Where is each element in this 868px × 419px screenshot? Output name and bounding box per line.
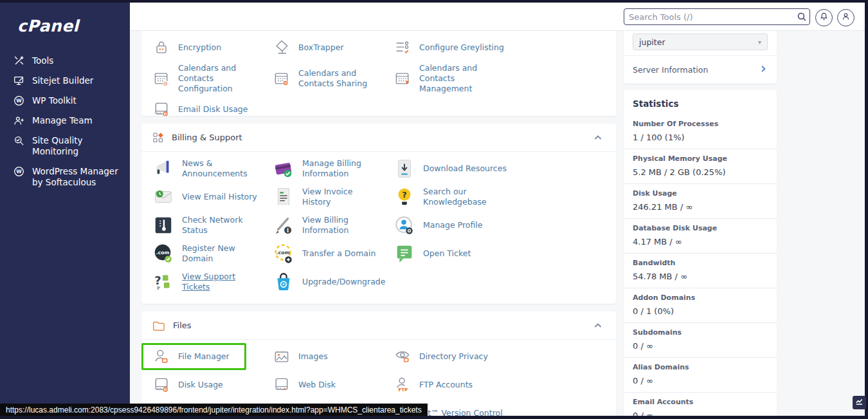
tool-item-label[interactable]: Web Disk [298,380,336,390]
tool-item-label[interactable]: Manage Billing Information [302,158,383,180]
tool-item-calendars-contacts-sharing[interactable]: Calendars and Contacts Sharing [262,61,383,97]
stat-label: Subdomains [633,328,768,337]
account-selector[interactable]: jupiter ▾ [633,33,768,50]
email-history-icon [152,186,174,208]
tool-item-label[interactable]: BoxTrapper [298,42,344,53]
tool-item-calendars-contacts-management[interactable]: Calendars and Contacts Management [383,61,616,97]
tool-item-view-email-history[interactable]: View Email History [141,183,262,211]
sidebar-item-label: WordPress Manager by Softaculous [32,166,123,188]
tool-item-view-support-tickets[interactable]: ?View Support Tickets [141,268,262,296]
encryption-lock-icon [152,39,170,57]
tool-item-label[interactable]: View Billing Information [302,215,383,236]
billing-grid-icon [152,132,164,144]
user-icon [841,12,851,24]
stat-item-alias-domains: Alias Domains0 / ∞ [624,357,777,392]
tool-item-label[interactable]: File Manager [178,351,230,362]
tool-item-configure-greylisting[interactable]: Configure Greylisting [383,35,616,61]
tool-item-label[interactable]: Disk Usage [178,380,223,390]
tool-item-label[interactable]: View Support Tickets [182,272,262,293]
tool-item-label[interactable]: Directory Privacy [419,351,488,362]
sidebar-item-sitejet-builder[interactable]: Sitejet Builder [0,71,130,91]
tool-item-encryption[interactable]: Encryption [141,35,262,61]
tool-item-label[interactable]: View Invoice History [302,187,383,208]
files-header: Files [141,312,616,340]
tool-item-web-disk[interactable]: Web Disk [262,371,383,399]
tool-item-transfer-a-domain[interactable]: .comTransfer a Domain [262,239,383,268]
tool-item-label[interactable]: FTP Accounts [419,380,473,390]
tool-item-register-new-domain[interactable]: .comRegister New Domain [141,239,262,268]
svg-text:.com: .com [276,250,290,256]
search-input[interactable] [624,12,794,22]
email-tools-grid: EncryptionBoxTrapperConfigure Greylistin… [141,31,616,116]
file-manager-person-icon [152,348,170,366]
network-status-icon [152,214,174,236]
support-question-icon: ? [152,271,174,293]
tool-item-label[interactable]: Calendars and Contacts Management [419,63,508,95]
tool-item-label[interactable]: Upgrade/Downgrade [302,277,385,287]
tool-item-label[interactable]: Open Ticket [423,248,471,259]
tool-item-label[interactable]: Transfer a Domain [302,248,375,259]
tool-item-directory-privacy[interactable]: Directory Privacy [383,342,616,371]
tool-item-label[interactable]: Register New Domain [182,243,262,265]
stat-label: Alias Domains [633,363,768,371]
tool-item-boxtrapper[interactable]: BoxTrapper [262,35,383,61]
tool-item-email-disk-usage[interactable]: Email Disk Usage [141,97,262,116]
billing-pen-icon: i [273,214,294,236]
tool-item-view-invoice-history[interactable]: View Invoice History [262,183,383,211]
stat-label: Bandwidth [633,259,768,267]
wrench-tools-icon [14,55,25,66]
tool-item-manage-profile[interactable]: Manage Profile [383,211,616,239]
stat-item-bandwidth: Bandwidth54.78 MB / ∞ [624,253,777,288]
window-frame-bottom [0,416,868,419]
tool-item-label[interactable]: Check Network Status [182,215,262,236]
tool-item-view-billing-information[interactable]: iView Billing Information [262,211,383,239]
notifications-button[interactable] [815,9,833,26]
billing-support-title: Billing & Support [172,133,242,142]
tool-item-check-network-status[interactable]: Check Network Status [141,211,262,239]
greylisting-list-icon [393,39,411,57]
tool-item-search-our-knowledgebase[interactable]: ?Search our Knowledgebase [383,183,616,211]
server-information-link[interactable]: Server Information [624,55,777,83]
tool-item-calendars-contacts-configuration[interactable]: @Calendars and Contacts Configuration [141,61,262,97]
sidebar-item-manage-team[interactable]: Manage Team [0,111,130,131]
tool-item-ftp-accounts[interactable]: FTPFTP Accounts [383,371,616,399]
tool-item-label[interactable]: Email Disk Usage [178,104,248,115]
stat-value: 0 / ∞ [633,411,768,416]
tool-item-label[interactable]: View Email History [182,192,257,202]
transfer-com-icon: .com [273,243,294,265]
tool-item-label[interactable]: Calendars and Contacts Configuration [178,63,262,95]
sidebar-item-wordpress-manager-by-softaculous[interactable]: WWordPress Manager by Softaculous [0,162,130,192]
tool-item-label[interactable]: Images [298,351,328,362]
tool-item-upgrade-downgrade[interactable]: Upgrade/Downgrade [262,268,383,296]
files-collapse-button[interactable] [593,321,603,331]
tool-item-label[interactable]: News & Announcements [182,158,262,180]
search-tools-box[interactable] [624,8,810,25]
tool-item-label[interactable]: Manage Profile [423,220,483,230]
tool-item-label[interactable]: Encryption [178,42,221,53]
tool-item-file-manager[interactable]: File Manager [141,343,246,370]
svg-text:.com: .com [156,250,170,256]
tool-item-label[interactable]: Calendars and Contacts Sharing [298,68,383,89]
email-section-card: EncryptionBoxTrapperConfigure Greylistin… [141,31,616,116]
statistics-toggle-button[interactable] [853,396,866,409]
sidebar: cPanel ToolsSitejet BuilderWWP ToolkitMa… [0,0,130,416]
files-section-card: Files File ManagerImagesDirectory Privac… [141,312,616,416]
tool-item-download-resources[interactable]: Download Resources [383,154,616,183]
sidebar-item-site-quality-monitoring[interactable]: Site Quality Monitoring [0,131,130,162]
tool-item-manage-billing-information[interactable]: Manage Billing Information [262,154,383,183]
calendar-sharing-icon [273,70,291,88]
tool-item-open-ticket[interactable]: Open Ticket [383,239,616,268]
tool-item-label[interactable]: Configure Greylisting [419,42,504,53]
billing-collapse-button[interactable] [593,133,603,143]
tool-item-news-announcements[interactable]: News & Announcements [141,154,262,183]
tool-item-label[interactable]: Git™ Version Control [419,408,503,416]
stat-label: Disk Usage [633,189,768,198]
sidebar-item-tools[interactable]: Tools [0,51,130,71]
user-menu-button[interactable] [837,9,854,26]
billing-tools-grid: News & AnnouncementsManage Billing Infor… [141,152,616,296]
tool-item-images[interactable]: Images [262,342,383,371]
tool-item-disk-usage[interactable]: Disk Usage [141,371,262,399]
tool-item-label[interactable]: Search our Knowledgebase [423,187,512,208]
sidebar-item-wp-toolkit[interactable]: WWP Toolkit [0,91,130,111]
tool-item-label[interactable]: Download Resources [423,163,507,174]
